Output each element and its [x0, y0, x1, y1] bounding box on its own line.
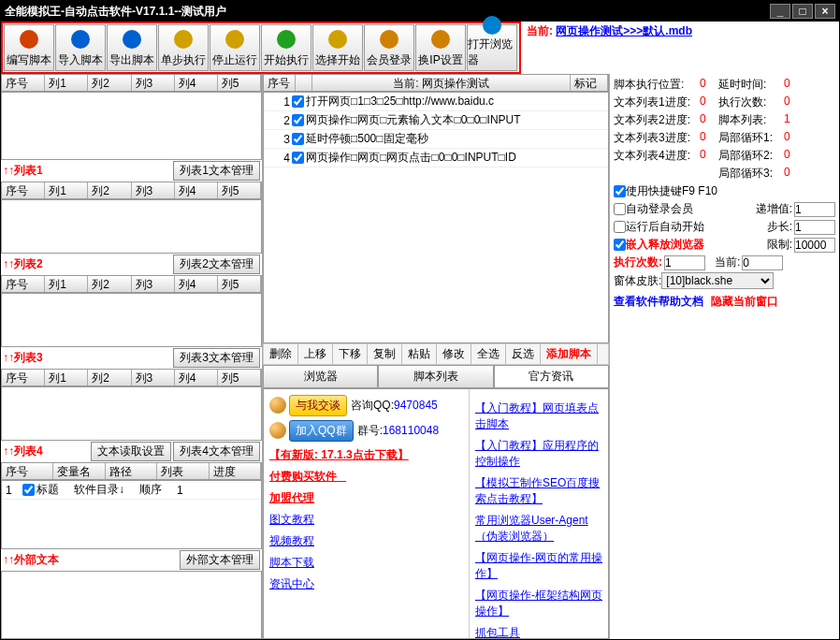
- close-button[interactable]: ×: [815, 4, 835, 19]
- import-script-icon: [67, 26, 94, 52]
- list1-body[interactable]: [1, 199, 262, 254]
- import-script-button[interactable]: 导入脚本: [55, 24, 106, 71]
- op-删除[interactable]: 删除: [264, 344, 298, 364]
- list1-title: ↑↑列表1: [3, 163, 171, 179]
- info-link[interactable]: 【有新版: 17.1.3点击下载】: [269, 447, 463, 463]
- list3-header: 序号列1列2列3列4列5: [1, 369, 262, 386]
- info-link[interactable]: 脚本下载: [269, 555, 463, 571]
- op-全选[interactable]: 全选: [471, 344, 506, 364]
- op-修改[interactable]: 修改: [437, 344, 471, 364]
- list4-body[interactable]: 1 标题 软件目录↓ 顺序 1: [1, 480, 262, 548]
- top-list-body[interactable]: [1, 92, 262, 160]
- svg-point-3: [174, 30, 193, 49]
- tab-official-news[interactable]: 官方资讯: [494, 365, 609, 387]
- add-script-button[interactable]: 添加脚本: [541, 344, 598, 364]
- info-link[interactable]: 付费购买软件 加盟代理: [269, 469, 463, 506]
- info-link[interactable]: 视频教程: [269, 533, 463, 549]
- member-login-icon: [376, 26, 402, 52]
- list4-text-manage-button[interactable]: 列表4文本管理: [173, 442, 260, 461]
- table-row[interactable]: 1 标题 软件目录↓ 顺序 1: [2, 481, 261, 500]
- main-toolbar: 编写脚本导入脚本导出脚本单步执行停止运行开始执行选择开始会员登录换IP设置打开浏…: [1, 22, 521, 74]
- list2-title: ↑↑列表2: [3, 256, 171, 272]
- tab-browser[interactable]: 浏览器: [263, 365, 378, 387]
- info-right: 【入门教程】网页填表点击脚本【入门教程】应用程序的控制操作【模拟王制作SEO百度…: [470, 389, 608, 639]
- avatar-icon: [269, 422, 286, 439]
- list2-body[interactable]: [1, 293, 262, 347]
- external-text-body[interactable]: [1, 571, 262, 639]
- script-list-body[interactable]: 1打开网页□1□3□25□http://www.baidu.c2网页操作□网页□…: [263, 92, 609, 343]
- embed-browser-checkbox[interactable]: [614, 239, 626, 251]
- export-script-button[interactable]: 导出脚本: [107, 24, 157, 71]
- external-text-title: ↑↑外部文本: [3, 552, 178, 568]
- script-row[interactable]: 1打开网页□1□3□25□http://www.baidu.c: [264, 93, 608, 111]
- hotkey-checkbox[interactable]: [614, 185, 626, 197]
- op-上移[interactable]: 上移: [298, 344, 333, 364]
- autostart-checkbox[interactable]: [614, 221, 626, 233]
- tutorial-link[interactable]: 【网页操作-框架结构网页操作】: [475, 588, 602, 619]
- stop-run-button[interactable]: 停止运行: [210, 24, 260, 71]
- list4-header: 序号变量名路径列表进度: [1, 462, 262, 480]
- list1-title-row: ↑↑列表1列表1文本管理: [1, 160, 262, 182]
- center-tabs: 浏览器 脚本列表 官方资讯: [263, 365, 609, 388]
- script-row-checkbox[interactable]: [292, 114, 304, 126]
- tutorial-link[interactable]: 【网页操作-网页的常用操作】: [475, 550, 602, 582]
- edit-script-icon: [16, 26, 42, 52]
- info-left: 与我交谈 咨询QQ: 9470845 加入QQ群 群号: 168110048 【…: [264, 389, 470, 639]
- hide-window-link[interactable]: 隐藏当前窗口: [711, 294, 778, 310]
- current-file-link[interactable]: 网页操作测试>>>默认.mdb: [556, 24, 692, 37]
- join-qq-group-button[interactable]: 加入QQ群: [289, 420, 354, 442]
- chat-button[interactable]: 与我交谈: [289, 395, 347, 416]
- select-start-button[interactable]: 选择开始: [312, 24, 363, 71]
- autologin-checkbox[interactable]: [614, 203, 626, 215]
- op-反选[interactable]: 反选: [506, 344, 541, 364]
- text-read-settings-button[interactable]: 文本读取设置: [91, 442, 171, 461]
- info-link[interactable]: 资讯中心: [269, 576, 463, 592]
- minimize-button[interactable]: _: [770, 4, 790, 19]
- exec-count-input[interactable]: [664, 255, 705, 270]
- tutorial-link[interactable]: 【入门教程】网页填表点击脚本: [475, 400, 602, 432]
- current-file-status: 当前: 网页操作测试>>>默认.mdb: [521, 22, 839, 74]
- step-input[interactable]: [794, 220, 835, 235]
- info-link[interactable]: 图文教程: [269, 512, 463, 528]
- tutorial-link[interactable]: 【模拟王制作SEO百度搜索点击教程】: [475, 475, 602, 507]
- ip-settings-button[interactable]: 换IP设置: [415, 24, 466, 71]
- increment-input[interactable]: [794, 202, 835, 217]
- script-row[interactable]: 2网页操作□网页□元素输入文本□0□0□INPUT: [264, 111, 608, 130]
- op-粘贴[interactable]: 粘贴: [402, 344, 437, 364]
- skin-select[interactable]: [10]black.she: [661, 272, 774, 289]
- list3-body[interactable]: [1, 386, 262, 441]
- start-exec-button[interactable]: 开始执行: [261, 24, 311, 71]
- script-row[interactable]: 3延时停顿□500□固定毫秒: [264, 130, 608, 149]
- script-row-checkbox[interactable]: [292, 152, 304, 164]
- view-help-link[interactable]: 查看软件帮助文档: [614, 294, 703, 310]
- row-checkbox[interactable]: [22, 484, 35, 496]
- select-start-icon: [325, 26, 351, 52]
- avatar-icon: [269, 397, 286, 414]
- step-exec-button[interactable]: 单步执行: [158, 24, 209, 71]
- script-row[interactable]: 4网页操作□网页□网页点击□0□0□INPUT□ID: [264, 149, 608, 167]
- list1-header: 序号列1列2列3列4列5: [1, 182, 262, 199]
- maximize-button[interactable]: □: [792, 4, 813, 19]
- tutorial-link[interactable]: 抓包工具《httpwatchpro_9.3汉化版》的安装和使用: [475, 625, 602, 640]
- member-login-button[interactable]: 会员登录: [364, 24, 414, 71]
- script-row-checkbox[interactable]: [292, 133, 304, 145]
- op-复制[interactable]: 复制: [368, 344, 402, 364]
- list2-text-manage-button[interactable]: 列表2文本管理: [173, 255, 260, 274]
- script-ops-bar: 删除上移下移复制粘贴修改全选反选 添加脚本: [263, 343, 609, 365]
- tutorial-link[interactable]: 常用浏览器User-Agent（伪装浏览器）: [475, 513, 602, 545]
- script-row-checkbox[interactable]: [292, 95, 304, 108]
- tutorial-link[interactable]: 【入门教程】应用程序的控制操作: [475, 438, 602, 470]
- open-browser-icon: [479, 14, 505, 36]
- external-text-manage-button[interactable]: 外部文本管理: [180, 550, 260, 570]
- svg-point-9: [483, 16, 501, 35]
- list3-text-manage-button[interactable]: 列表3文本管理: [173, 348, 260, 368]
- tab-script-list[interactable]: 脚本列表: [378, 365, 493, 387]
- op-下移[interactable]: 下移: [333, 344, 368, 364]
- window-title: 全能模拟王-自动点击软件-V17.1.1--测试用户: [5, 4, 768, 20]
- stop-run-icon: [222, 26, 248, 52]
- open-browser-button[interactable]: 打开浏览器: [467, 24, 517, 71]
- edit-script-button[interactable]: 编写脚本: [4, 24, 54, 71]
- limit-input[interactable]: [794, 238, 835, 253]
- current-count-input[interactable]: [742, 255, 783, 270]
- list1-text-manage-button[interactable]: 列表1文本管理: [173, 161, 260, 181]
